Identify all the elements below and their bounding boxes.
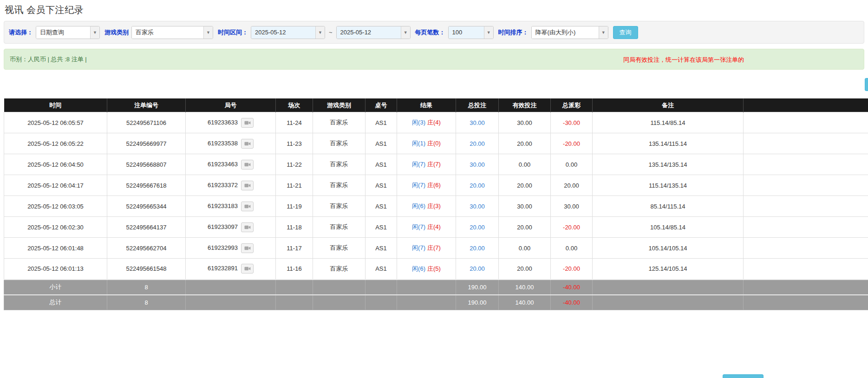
date-from-select[interactable]: 2025-05-12 ▼ (251, 26, 325, 39)
chevron-down-icon[interactable]: ▼ (484, 26, 493, 39)
cell-total-bet: 20.00 (456, 217, 499, 238)
partial-button-top-right[interactable] (865, 78, 868, 91)
result-banker: 庄(7) (427, 161, 441, 168)
sort-order-select[interactable]: 降幂(由大到小) ▼ (531, 26, 608, 39)
cell-result: 闲(7)庄(7) (397, 238, 456, 259)
chevron-down-icon[interactable]: ▼ (90, 26, 99, 39)
total-bet-link[interactable]: 20.00 (470, 245, 485, 252)
total-bet-link[interactable]: 20.00 (470, 265, 485, 272)
cell-time: 2025-05-12 06:01:13 (4, 259, 107, 280)
page-title: 视讯 会员下注纪录 (5, 4, 868, 16)
game-type-select[interactable]: 百家乐 ▼ (131, 26, 213, 39)
chevron-down-icon[interactable]: ▼ (315, 26, 325, 39)
cell-table-number: AS1 (365, 154, 397, 175)
cell-total-bet: 20.00 (456, 175, 499, 196)
result-banker: 庄(6) (427, 182, 441, 189)
cell-payout: -30.00 (551, 112, 593, 133)
video-camera-icon (244, 204, 251, 209)
cell-game-type: 百家乐 (313, 154, 365, 175)
video-camera-icon (244, 183, 251, 188)
result-player: 闲(7) (412, 244, 425, 251)
result-banker: 庄(3) (427, 202, 441, 209)
table-row: 2025-05-12 06:03:05522495665344619233183… (4, 196, 868, 217)
chevron-down-icon[interactable]: ▼ (599, 26, 608, 39)
round-number: 619233633 (208, 118, 238, 125)
cell-total-bet: 30.00 (456, 112, 499, 133)
foot-label: 小计 (4, 280, 107, 295)
video-replay-button[interactable] (241, 202, 254, 211)
foot-empty (186, 280, 276, 295)
foot-payout: -40.00 (551, 295, 593, 310)
chevron-down-icon[interactable]: ▼ (203, 26, 213, 39)
total-bet-link[interactable]: 20.00 (470, 224, 485, 231)
page-size-label: 每页笔数： (415, 28, 445, 37)
column-header-3: 场次 (276, 99, 313, 112)
foot-empty (365, 280, 397, 295)
table-row: 2025-05-12 06:04:17522495667618619233372… (4, 175, 868, 196)
total-bet-link[interactable]: 30.00 (470, 161, 485, 168)
cell-session: 11-24 (276, 112, 313, 133)
table-row: 2025-05-12 06:02:30522495664137619233097… (4, 217, 868, 238)
cell-session: 11-21 (276, 175, 313, 196)
foot-payout: -40.00 (551, 280, 593, 295)
video-replay-button[interactable] (241, 264, 254, 274)
round-number: 619233372 (208, 181, 238, 188)
total-row: 总计8190.00140.00-40.00 (4, 295, 868, 310)
search-button[interactable]: 查询 (613, 26, 638, 39)
column-header-extra (744, 99, 868, 112)
cell-table-number: AS1 (365, 196, 397, 217)
date-to-select[interactable]: 2025-05-12 ▼ (336, 26, 411, 39)
total-bet-link[interactable]: 30.00 (470, 119, 485, 126)
result-player: 闲(3) (412, 119, 425, 126)
chevron-down-icon[interactable]: ▼ (401, 26, 410, 39)
partial-button-bottom-right[interactable] (723, 374, 764, 378)
video-camera-icon (244, 266, 251, 271)
summary-left-text: 币别：人民币 | 总共 :8 注单 | (10, 55, 87, 64)
total-bet-link[interactable]: 20.00 (470, 140, 485, 147)
cell-total-bet: 20.00 (456, 238, 499, 259)
filter-bar: 请选择： 日期查询 ▼ 游戏类别 百家乐 ▼ 时间区间： 2025-05-12 … (4, 21, 864, 44)
page-size-select[interactable]: 100 ▼ (448, 26, 494, 39)
cell-valid-bet: 20.00 (499, 259, 551, 280)
total-bet-link[interactable]: 30.00 (470, 203, 485, 210)
column-header-8: 有效投注 (499, 99, 551, 112)
foot-count: 8 (107, 295, 186, 310)
video-replay-button[interactable] (241, 222, 254, 232)
foot-valid-bet: 140.00 (499, 280, 551, 295)
cell-result: 闲(6)庄(5) (397, 259, 456, 280)
page-size-value: 100 (449, 26, 484, 39)
cell-session: 11-16 (276, 259, 313, 280)
summary-bar: 币别：人民币 | 总共 :8 注单 | 同局有效投注，统一计算在该局第一张注单的 (4, 49, 864, 70)
cell-remark: 115.14/85.14 (593, 112, 744, 133)
query-type-label: 请选择： (9, 28, 33, 37)
subtotal-row: 小计8190.00140.00-40.00 (4, 280, 868, 295)
cell-round-number: 619233633 (186, 112, 276, 133)
table-header-row: 时间注单编号局号场次游戏类别桌号结果总投注有效投注总派彩备注 (4, 99, 868, 112)
total-bet-link[interactable]: 20.00 (470, 182, 485, 189)
video-replay-button[interactable] (241, 139, 254, 149)
cell-extra (744, 217, 868, 238)
time-range-label: 时间区间： (218, 28, 248, 37)
cell-time: 2025-05-12 06:02:30 (4, 217, 107, 238)
cell-remark: 125.14/105.14 (593, 259, 744, 280)
cell-extra (744, 133, 868, 154)
table-row: 2025-05-12 06:04:50522495668807619233463… (4, 154, 868, 175)
column-header-1: 注单编号 (107, 99, 186, 112)
video-replay-button[interactable] (241, 160, 254, 169)
foot-empty (397, 280, 456, 295)
video-replay-button[interactable] (241, 181, 254, 190)
result-player: 闲(7) (412, 182, 425, 189)
query-type-select[interactable]: 日期查询 ▼ (36, 26, 100, 39)
cell-bet-number: 522495671106 (107, 112, 186, 133)
foot-empty (397, 295, 456, 310)
video-replay-button[interactable] (241, 243, 254, 253)
cell-total-bet: 20.00 (456, 133, 499, 154)
foot-empty (744, 280, 868, 295)
cell-extra (744, 238, 868, 259)
cell-payout: 30.00 (551, 196, 593, 217)
video-replay-button[interactable] (241, 118, 254, 128)
cell-payout: 0.00 (551, 154, 593, 175)
summary-right-notice: 同局有效投注，统一计算在该局第一张注单的 (623, 56, 744, 64)
round-number: 619233183 (208, 202, 238, 209)
video-camera-icon (244, 246, 251, 251)
